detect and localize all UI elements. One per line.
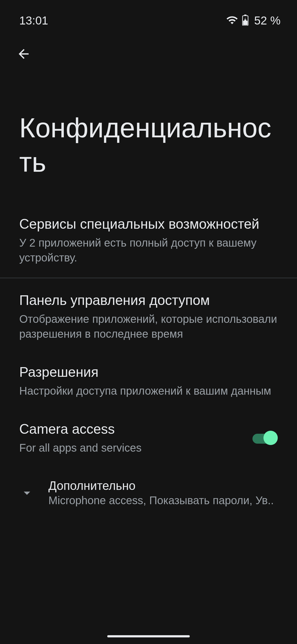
item-title: Панель управления доступом	[19, 291, 278, 309]
back-button[interactable]	[14, 44, 34, 64]
battery-percentage: 52 %	[254, 14, 280, 27]
item-subtitle: Microphone access, Показывать пароли, Ув…	[48, 494, 278, 507]
settings-item-permissions[interactable]: Разрешения Настройки доступа приложений …	[0, 352, 297, 409]
item-subtitle: Отображение приложений, которые использо…	[19, 312, 278, 341]
settings-item-accessibility-services[interactable]: Сервисы специальных возможностей У 2 при…	[0, 204, 297, 276]
status-bar: 13:01 52 %	[0, 0, 297, 30]
item-title: Camera access	[19, 420, 244, 438]
wifi-icon	[226, 14, 238, 27]
battery-charging-icon	[242, 15, 249, 27]
camera-access-toggle[interactable]	[252, 432, 278, 444]
settings-item-advanced[interactable]: Дополнительно Microphone access, Показыв…	[0, 466, 297, 519]
item-title: Дополнительно	[48, 479, 278, 493]
gesture-nav-handle[interactable]	[107, 635, 190, 637]
app-bar	[0, 30, 297, 64]
settings-item-camera-access[interactable]: Camera access For all apps and services	[0, 409, 297, 466]
status-time: 13:01	[19, 14, 48, 27]
item-title: Сервисы специальных возможностей	[19, 215, 278, 233]
item-title: Разрешения	[19, 363, 278, 381]
page-title: Конфиденциальность	[0, 64, 297, 204]
status-right: 52 %	[226, 14, 280, 27]
item-subtitle: For all apps and services	[19, 440, 244, 455]
settings-item-privacy-dashboard[interactable]: Панель управления доступом Отображение п…	[0, 280, 297, 352]
divider	[0, 278, 297, 278]
item-subtitle: У 2 приложений есть полный доступ к ваше…	[19, 235, 278, 265]
chevron-down-icon	[19, 485, 35, 501]
item-subtitle: Настройки доступа приложений к вашим дан…	[19, 383, 278, 398]
